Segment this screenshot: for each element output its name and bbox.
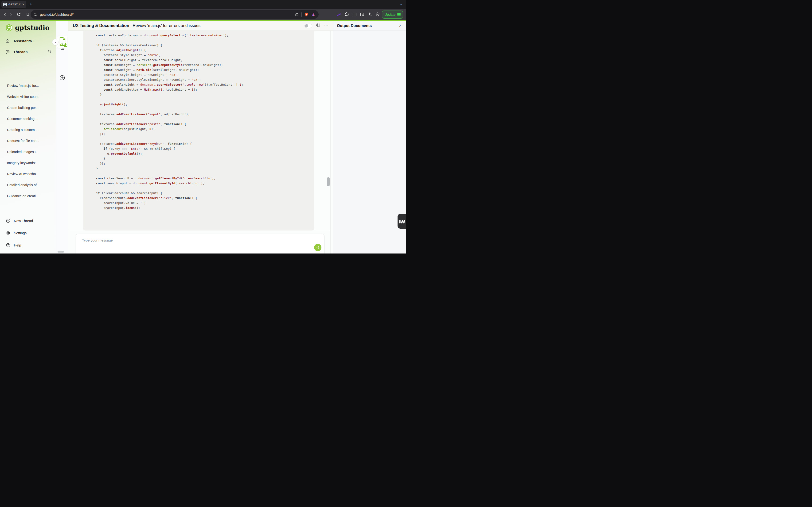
new-tab-button[interactable]: + <box>30 2 32 6</box>
brand-row: gptstudio <box>0 21 56 35</box>
thread-item[interactable]: Request for file con... <box>0 135 56 146</box>
output-documents-panel: Output Documents › <box>333 21 406 253</box>
thread-item[interactable]: Creating a custom ... <box>0 124 56 135</box>
brave-shields-icon[interactable] <box>304 12 309 17</box>
make-logo-icon <box>398 218 405 225</box>
code-line: searchInput.focus(); <box>96 205 314 210</box>
thread-title: : Review 'main.js' for errors and issues <box>129 23 200 28</box>
code-line <box>96 117 314 122</box>
update-browser-button[interactable]: Update <box>382 10 403 18</box>
make-widget-badge[interactable] <box>398 214 406 229</box>
gptstudio-logo-icon <box>5 23 13 32</box>
thread-item[interactable]: Website visitor count <box>0 91 56 102</box>
thread-header: UX Testing & Documentation : Review 'mai… <box>68 21 333 31</box>
code-line <box>96 171 314 176</box>
sidebar-panel-icon[interactable] <box>352 12 357 17</box>
thread-item[interactable]: Customer seeking ... <box>0 113 56 124</box>
theme-toggle[interactable] <box>305 24 312 28</box>
threads-label: Threads <box>13 50 28 54</box>
leo-ai-sparkles-icon[interactable] <box>367 12 372 17</box>
collapse-sidebar-button[interactable]: › <box>52 39 58 45</box>
divider <box>68 231 329 231</box>
forward-button[interactable] <box>8 11 14 17</box>
brave-rewards-icon[interactable] <box>311 12 316 17</box>
search-threads-icon[interactable] <box>47 49 52 55</box>
code-line <box>96 38 314 43</box>
horizontal-scrollbar[interactable] <box>58 251 64 252</box>
code-line: const textareaContainer = document.query… <box>96 33 314 38</box>
new-thread-label: New Thread <box>14 219 33 223</box>
settings-label: Settings <box>14 231 27 235</box>
url-bar[interactable]: gptstud.io/dashboard# <box>31 10 319 19</box>
code-line: if (textarea && textareaContainer) { <box>96 43 314 48</box>
code-line: } <box>96 166 314 171</box>
chat-area: const textareaContainer = document.query… <box>68 31 333 253</box>
dark-mode-moon-icon[interactable] <box>315 23 321 29</box>
share-icon[interactable] <box>295 12 299 17</box>
update-label: Update <box>385 13 395 16</box>
password-key-icon[interactable] <box>337 12 342 17</box>
code-line: }); <box>96 131 314 136</box>
reload-button[interactable] <box>15 11 21 17</box>
url-text[interactable]: gptstud.io/dashboard# <box>40 13 295 16</box>
thread-list: Review 'main.js' for...Website visitor c… <box>0 80 56 202</box>
sidebar-item-threads[interactable]: Threads <box>0 48 56 56</box>
thread-item[interactable]: Review 'main.js' for... <box>0 80 56 91</box>
browser-tab[interactable]: GPTSTUD.IO ✕ <box>1 1 26 8</box>
code-line: const clearSearchBtn = document.getEleme… <box>96 176 314 181</box>
code-block: const textareaContainer = document.query… <box>83 31 314 230</box>
thread-item[interactable]: Uploaded Images L... <box>0 146 56 157</box>
sidebar-item-assistants[interactable]: Assistants ▾ <box>0 37 56 45</box>
message-input[interactable] <box>82 238 303 253</box>
tune-icon <box>33 12 38 17</box>
thread-item[interactable]: Guidance on creati... <box>0 190 56 202</box>
wallet-icon[interactable] <box>360 12 365 17</box>
code-line: } <box>96 92 314 97</box>
code-line: textarea.addEventListener('keydown', fun… <box>96 141 314 146</box>
help-icon <box>5 242 11 247</box>
thread-item[interactable]: Review AI worksho... <box>0 168 56 179</box>
collapse-panel-icon[interactable]: › <box>399 22 401 29</box>
caret-down-icon: ▾ <box>33 40 35 42</box>
close-tab-icon[interactable]: ✕ <box>22 3 24 6</box>
back-button[interactable] <box>2 11 8 17</box>
vertical-scrollbar[interactable] <box>327 177 329 186</box>
code-line: clearSearchBtn.addEventListener('click',… <box>96 195 314 201</box>
assistant-name: UX Testing & Documentation <box>73 23 129 28</box>
js-file-icon: JS <box>57 36 67 48</box>
tab-strip: GPTSTUD.IO ✕ + ⌄ <box>0 0 406 9</box>
code-line <box>96 186 314 190</box>
code-line: }); <box>96 161 314 166</box>
js-file-attachment[interactable]: JS <box>57 36 67 48</box>
thread-item[interactable]: Imagery keywords: ... <box>0 157 56 168</box>
bookmark-icon[interactable] <box>25 11 31 17</box>
code-line: adjustHeight(); <box>96 102 314 107</box>
gptstudio-app: gptstudio Assistants ▾ Threads Revie <box>0 21 406 253</box>
browser-window: GPTSTUD.IO ✕ + ⌄ gptstud.io/dashboard# <box>0 0 406 253</box>
add-attachment-button[interactable] <box>56 75 68 81</box>
favicon-icon <box>3 3 7 6</box>
code-line: if (e.key === 'Enter' && !e.shiftKey) { <box>96 146 314 151</box>
code-line: const maxHeight = parseInt(getComputedSt… <box>96 62 314 67</box>
code-line: textarea.addEventListener('input', adjus… <box>96 112 314 117</box>
vpn-shield-icon[interactable] <box>375 12 380 17</box>
more-options-icon[interactable]: ⋯ <box>324 25 329 27</box>
thread-item[interactable]: Create building per... <box>0 102 56 113</box>
help-button[interactable]: Help <box>0 241 56 249</box>
extensions-icon[interactable] <box>345 12 349 17</box>
robot-icon <box>5 39 10 44</box>
send-button[interactable] <box>314 244 321 251</box>
code-line: function adjustHeight() { <box>96 48 314 53</box>
new-thread-button[interactable]: New Thread <box>0 216 56 225</box>
code-line: if (clearSearchBtn && searchInput) { <box>96 190 314 195</box>
thread-item[interactable]: Detailed analysis of... <box>0 179 56 190</box>
divider <box>301 12 302 17</box>
code-line: textarea.style.height = 'auto'; <box>96 53 314 58</box>
main-panel: UX Testing & Documentation : Review 'mai… <box>68 21 333 253</box>
tab-search-icon[interactable]: ⌄ <box>400 2 403 6</box>
code-line: searchInput.value = ''; <box>96 201 314 205</box>
browser-toolbar <box>337 10 380 19</box>
sidebar: gptstudio Assistants ▾ Threads Revie <box>0 21 56 253</box>
page-title: UX Testing & Documentation : Review 'mai… <box>73 23 200 28</box>
settings-button[interactable]: Settings <box>0 229 56 237</box>
